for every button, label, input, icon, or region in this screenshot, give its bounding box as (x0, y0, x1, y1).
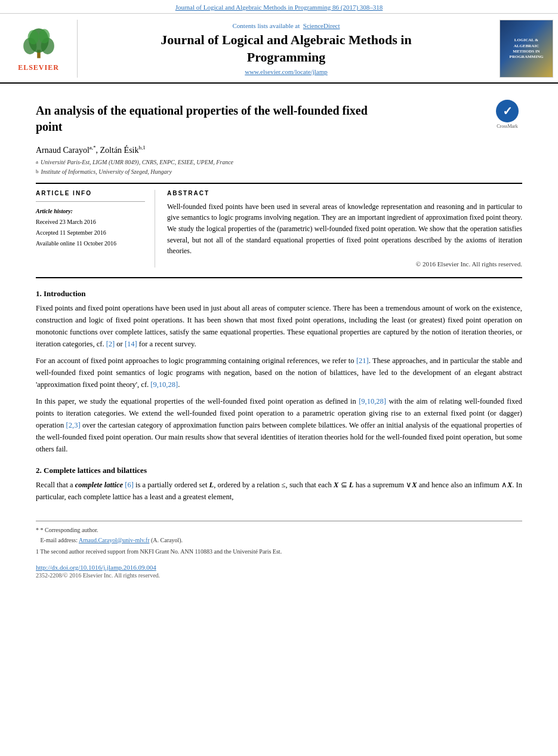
ref-14-link[interactable]: [14] (125, 340, 137, 348)
section-1-para-3: In this paper, we study the equational p… (36, 395, 522, 455)
svg-point-4 (27, 30, 38, 44)
copyright-footer: 2352-2208/© 2016 Elsevier Inc. All right… (36, 572, 522, 579)
article-dates: Received 23 March 2016 Accepted 11 Septe… (36, 217, 145, 249)
ref-9-10-28b-link[interactable]: [9,10,28] (359, 397, 386, 405)
footnote-section: * * Corresponding author. E-mail address… (36, 521, 522, 557)
section-divider (36, 277, 522, 278)
footnote-email-label: E-mail address: (41, 537, 78, 543)
crossmark-badge[interactable]: ✓ CrossMark (492, 99, 522, 129)
section-2-title: Complete lattices and bilattices (44, 466, 147, 475)
affiliation-b: b Institute of Informatics, University o… (36, 167, 522, 177)
crossmark-label: CrossMark (497, 124, 518, 129)
journal-url[interactable]: www.elsevier.com/locate/jlamp (90, 68, 483, 75)
elsevier-logo-block: ELSEVIER (0, 20, 78, 78)
accepted-date: Accepted 11 September 2016 (36, 228, 145, 238)
ref-9-10-28-link[interactable]: [9,10,28] (150, 380, 178, 389)
abstract-copyright: © 2016 Elsevier Inc. All rights reserved… (167, 260, 522, 268)
article-title: An analysis of the equational properties… (36, 103, 382, 135)
author-carayol-sup: a,* (90, 145, 96, 150)
footnote-email-suffix: (A. Carayol). (151, 537, 183, 543)
svg-point-5 (39, 29, 50, 44)
section-1-title: Introduction (44, 289, 86, 298)
info-divider (36, 201, 145, 202)
section-2-number: 2. (36, 466, 42, 475)
contents-available-line: Contents lists available at ScienceDirec… (90, 22, 483, 29)
article-history-label: Article history: (36, 208, 145, 214)
authors-line: Arnaud Carayola,*, Zoltán Ésikb,1 (36, 145, 522, 155)
footnote-star-note: * * Corresponding author. (36, 525, 522, 535)
section-1-number: 1. (36, 289, 42, 298)
footnote-corresponding: * Corresponding author. (41, 527, 98, 533)
footnote-star-symbol: * (36, 527, 41, 533)
section-1-para-2: For an account of fixed point approaches… (36, 355, 522, 391)
article-info-title: ARTICLE INFO (36, 190, 145, 196)
received-date: Received 23 March 2016 (36, 217, 145, 228)
cover-image-text: LOGICAL &ALGEBRAICMETHODS INPROGRAMMING (507, 35, 546, 62)
ref-2-3-link[interactable]: [2,3] (66, 421, 81, 429)
sciencedirect-link[interactable]: ScienceDirect (303, 22, 340, 29)
journal-reference-link[interactable]: Journal of Logical and Algebraic Methods… (175, 4, 383, 11)
section-1-heading: 1. Introduction (36, 289, 522, 299)
contents-text: Contents lists available at (233, 22, 300, 29)
section-2-heading: 2. Complete lattices and bilattices (36, 466, 522, 475)
ref-21-link[interactable]: [21] (356, 357, 369, 365)
ref-2-link[interactable]: [2] (106, 340, 115, 348)
elsevier-tree-icon (15, 25, 63, 61)
footnote-email-line: E-mail address: Arnaud.Carayol@univ-mlv.… (36, 535, 522, 545)
journal-cover-image: LOGICAL &ALGEBRAICMETHODS INPROGRAMMING (500, 20, 553, 78)
abstract-column: ABSTRACT Well-founded fixed points have … (155, 190, 522, 268)
author-esik-sup: b,1 (139, 145, 146, 150)
ref-6-link[interactable]: [6] (125, 481, 134, 489)
affil-b-text: Institute of Informatics, University of … (41, 167, 172, 177)
footnote-email-address[interactable]: Arnaud.Carayol@univ-mlv.fr (79, 537, 150, 543)
available-date: Available online 11 October 2016 (36, 238, 145, 249)
article-title-row: An analysis of the equational properties… (36, 93, 522, 140)
main-content: An analysis of the equational properties… (0, 84, 558, 591)
section-2-para-1: Recall that a complete lattice [6] is a … (36, 479, 522, 503)
journal-header: ELSEVIER Contents lists available at Sci… (0, 14, 558, 84)
author-esik: Zoltán Ésik (100, 146, 139, 155)
abstract-title: ABSTRACT (167, 190, 522, 196)
doi-link[interactable]: http://dx.doi.org/10.1016/j.jlamp.2016.0… (36, 564, 522, 571)
doi-anchor[interactable]: http://dx.doi.org/10.1016/j.jlamp.2016.0… (36, 564, 156, 571)
affil-a-text: Université Paris-Est, LIGM (UMR 8049), C… (41, 158, 233, 167)
section-1-para-1: Fixed points and fixed point operations … (36, 302, 522, 350)
author-carayol: Arnaud Carayol (36, 146, 90, 155)
affiliation-a: a Université Paris-Est, LIGM (UMR 8049),… (36, 158, 522, 167)
header-divider (36, 183, 522, 184)
affil-b-label: b (36, 167, 39, 177)
crossmark-icon: ✓ (496, 100, 519, 122)
footnote-1-note: 1 The second author received support fro… (36, 546, 522, 557)
journal-header-bar: Journal of Logical and Algebraic Methods… (0, 0, 558, 14)
affiliations-block: a Université Paris-Est, LIGM (UMR 8049),… (36, 158, 522, 177)
journal-title-area: Contents lists available at ScienceDirec… (78, 20, 495, 78)
article-info-column: ARTICLE INFO Article history: Received 2… (36, 190, 155, 268)
affil-a-label: a (36, 158, 38, 167)
journal-title: Journal of Logical and Algebraic Methods… (90, 32, 483, 66)
elsevier-brand-label: ELSEVIER (18, 63, 59, 72)
info-abstract-section: ARTICLE INFO Article history: Received 2… (36, 190, 522, 268)
abstract-text: Well-founded fixed points have been used… (167, 201, 522, 257)
